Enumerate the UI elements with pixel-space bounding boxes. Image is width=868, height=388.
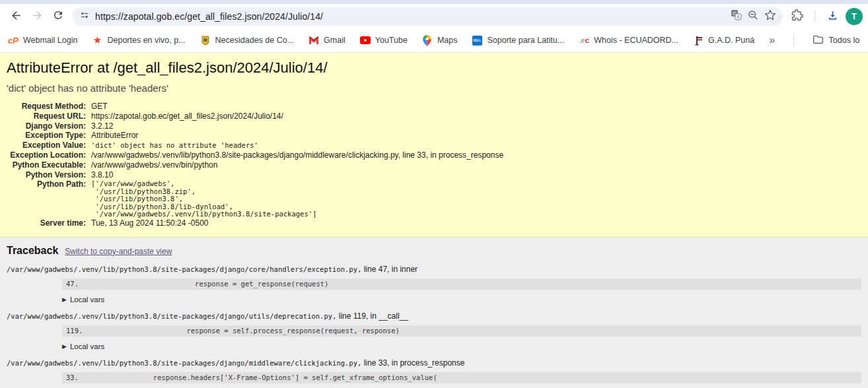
download-icon	[826, 9, 839, 24]
traceback-section: Traceback Switch to copy-and-paste view …	[0, 238, 868, 388]
local-vars-toggle[interactable]: ▶ Local vars	[62, 296, 861, 304]
bookmark-necesidades[interactable]: Necesidades de Co...	[200, 35, 295, 46]
ecuador-shield-icon	[200, 35, 211, 46]
frame-file-path: /var/www/gadwebs/.venv/lib/python3.8/sit…	[7, 265, 361, 273]
switch-view-link[interactable]: Switch to copy-and-paste view	[65, 247, 172, 256]
svg-text:A: A	[737, 14, 740, 20]
extensions-button[interactable]	[787, 6, 808, 27]
bookmarks-bar: cP Webmail Login ★ Deportes en vivo, p..…	[0, 28, 868, 53]
toolbar-separator	[814, 11, 815, 22]
local-vars-label: Local vars	[70, 296, 104, 304]
meta-row-server-time: Server time: Tue, 13 Aug 2024 11:50:24 -…	[7, 219, 861, 229]
error-meta-table: Request Method: GET Request URL: https:/…	[7, 102, 861, 229]
dell-icon: DELL	[472, 35, 482, 46]
whois-ec-icon: .ec	[579, 35, 589, 46]
bookmark-webmail[interactable]: cP Webmail Login	[8, 35, 77, 46]
bookmark-maps[interactable]: Maps	[422, 35, 458, 46]
traceback-frame: /var/www/gadwebs/.venv/lib/python3.8/sit…	[7, 359, 861, 388]
reload-button[interactable]	[48, 6, 69, 27]
frame-code-line: 47. response = get_response(request)	[62, 278, 861, 290]
frame-line-info: line 119, in __call__	[339, 311, 408, 321]
reload-icon	[52, 9, 64, 23]
python-path-value: ['/var/www/gadwebs', '/usr/lib/python38.…	[91, 180, 316, 218]
bookmark-deportes[interactable]: ★ Deportes en vivo, p...	[92, 35, 185, 46]
red-star-icon: ★	[92, 35, 102, 46]
frame-line-info: line 33, in process_response	[364, 358, 465, 368]
meta-row-python-version: Python Version: 3.8.10	[7, 171, 861, 181]
traceback-frame: /var/www/gadwebs/.venv/lib/python3.8/sit…	[7, 265, 861, 304]
bookmark-label: YouTube	[375, 36, 408, 45]
forward-button[interactable]	[26, 6, 48, 27]
maps-pin-icon	[422, 35, 433, 46]
bookmark-label: Webmail Login	[23, 36, 77, 45]
local-vars-label: Local vars	[70, 342, 104, 350]
traceback-frame: /var/www/gadwebs/.venv/lib/python3.8/sit…	[7, 312, 861, 350]
expand-triangle-icon: ▶	[62, 343, 67, 350]
bookmark-star-icon[interactable]	[764, 9, 776, 24]
youtube-icon	[360, 35, 371, 46]
browser-toolbar: https://zapotal.gob.ec/get_all_files2.js…	[0, 4, 868, 28]
translate-icon[interactable]: G A	[731, 9, 742, 23]
cpanel-icon: cP	[8, 35, 18, 46]
frame-file-path: /var/www/gadwebs/.venv/lib/python3.8/sit…	[7, 359, 361, 367]
local-vars-toggle[interactable]: ▶ Local vars	[62, 342, 861, 350]
expand-triangle-icon: ▶	[62, 296, 67, 303]
folder-icon	[813, 34, 824, 46]
all-bookmarks-button[interactable]: Todos los marcadores	[813, 34, 860, 46]
bookmark-gad-puna[interactable]: G.A.D. Puná	[693, 35, 754, 46]
frame-file-path: /var/www/gadwebs/.venv/lib/python3.8/sit…	[7, 312, 336, 320]
frame-line-info: line 47, in inner	[364, 265, 417, 274]
meta-row-python-executable: Python Executable: /var/www/gadwebs/.ven…	[7, 161, 861, 171]
gmail-icon	[308, 35, 319, 46]
all-bookmarks-label: Todos los marcadores	[829, 36, 860, 45]
back-button[interactable]	[5, 6, 26, 27]
bookmark-label: Necesidades de Co...	[215, 36, 295, 45]
meta-row-exception-location: Exception Location: /var/www/gadwebs/.ve…	[7, 151, 861, 161]
profile-avatar[interactable]: T	[846, 8, 863, 25]
bookmark-label: Soporte para Latitu...	[487, 36, 564, 45]
frame-code-line: 33. response.headers['X-Frame-Options'] …	[62, 372, 861, 383]
meta-row-python-path: Python Path: ['/var/www/gadwebs', '/usr/…	[7, 180, 861, 219]
back-icon	[10, 9, 22, 24]
forward-icon	[31, 9, 44, 24]
meta-row-exception-value: Exception Value: 'dict' object has no at…	[7, 141, 861, 151]
traceback-heading: Traceback	[7, 245, 58, 257]
zoom-out-icon[interactable]	[747, 9, 759, 24]
bookmark-label: G.A.D. Puná	[708, 36, 754, 45]
address-bar[interactable]: https://zapotal.gob.ec/get_all_files2.js…	[73, 7, 783, 26]
bookmarks-overflow-chevron[interactable]: »	[769, 34, 775, 46]
meta-row-request-url: Request URL: https://zapotal.gob.ec/get_…	[7, 112, 861, 122]
error-title: AttributeError at /get_all_files2.json/2…	[7, 59, 861, 77]
meta-row-request-method: Request Method: GET	[7, 102, 861, 112]
toolbar-right: T	[787, 6, 863, 27]
meta-row-django-version: Django Version: 3.2.12	[7, 122, 861, 132]
bookmark-gmail[interactable]: Gmail	[308, 35, 345, 46]
flag-icon	[693, 35, 704, 46]
bookmark-whois[interactable]: .ec Whois - ECUADORD...	[579, 35, 678, 46]
error-summary-section: AttributeError at /get_all_files2.json/2…	[0, 53, 868, 238]
bookmark-label: Whois - ECUADORD...	[594, 36, 678, 45]
error-subtitle: 'dict' object has no attribute 'headers'	[7, 82, 861, 94]
bookmark-label: Gmail	[324, 36, 345, 45]
frame-code-line: 119. response = self.process_response(re…	[62, 325, 861, 337]
meta-row-exception-type: Exception Type: AttributeError	[7, 131, 861, 141]
site-settings-icon[interactable]	[79, 10, 90, 23]
extensions-puzzle-icon	[791, 9, 803, 23]
bookmark-dell-soporte[interactable]: DELL Soporte para Latitu...	[472, 35, 564, 46]
bookmark-youtube[interactable]: YouTube	[360, 35, 408, 46]
downloads-button[interactable]	[822, 6, 843, 27]
bookmark-label: Maps	[437, 36, 458, 45]
url-text[interactable]: https://zapotal.gob.ec/get_all_files2.js…	[95, 11, 725, 22]
bookmark-label: Deportes en vivo, p...	[107, 36, 185, 45]
